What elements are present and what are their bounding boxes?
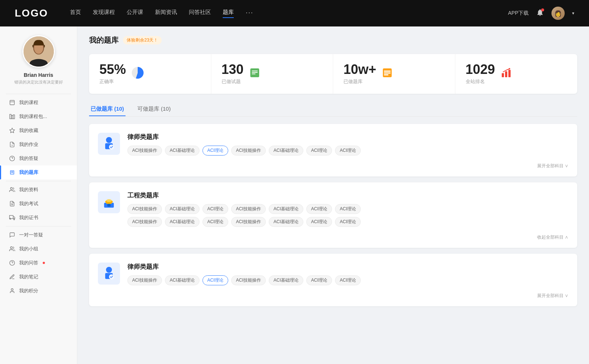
svg-rect-4 xyxy=(10,100,14,105)
bank-1-expand[interactable]: 展开全部科目 ∨ xyxy=(98,161,568,171)
sidebar-answers-label: 我的答疑 xyxy=(19,155,38,162)
bank-1-tag-5[interactable]: ACI理论 xyxy=(306,146,332,156)
notes-icon xyxy=(9,274,15,280)
tab-done-banks[interactable]: 已做题库 (10) xyxy=(89,103,126,116)
sidebar-item-quiz-bank[interactable]: 我的题库 xyxy=(0,165,77,179)
sidebar-item-my-qa[interactable]: 我的问答 xyxy=(0,256,77,270)
bank-card-3: 律师类题库 ACI技能操作 ACI基础理论 ACI理论 ACI技能操作 ACI基… xyxy=(89,254,577,306)
bank-2-tag2-0[interactable]: ACI技能操作 xyxy=(127,217,162,227)
bank-2-tag2-3[interactable]: ACI技能操作 xyxy=(231,217,266,227)
bank-2-tag2-1[interactable]: ACI基础理论 xyxy=(165,217,200,227)
bank-2-tag2-4[interactable]: ACI基础理论 xyxy=(269,217,303,227)
notification-bell[interactable] xyxy=(536,8,544,18)
bank-card-2-header: 工程类题库 ACI技能操作 ACI基础理论 ACI理论 ACI技能操作 ACI基… xyxy=(98,191,568,227)
sidebar-item-my-courses[interactable]: 我的课程 xyxy=(0,96,77,110)
nav-mooc[interactable]: 公开课 xyxy=(127,9,143,18)
svg-point-3 xyxy=(29,59,47,68)
bank-1-tags: ACI技能操作 ACI基础理论 ACI理论 ACI技能操作 ACI基础理论 AC… xyxy=(127,146,568,156)
sidebar-avatar xyxy=(22,35,55,68)
bank-1-icon xyxy=(98,133,120,155)
sidebar-item-certificate[interactable]: 我的证书 xyxy=(0,211,77,225)
bank-1-tag-4[interactable]: ACI基础理论 xyxy=(269,146,303,156)
bank-2-tag-3[interactable]: ACI技能操作 xyxy=(231,204,266,214)
sidebar-item-answers[interactable]: 我的答疑 xyxy=(0,151,77,165)
nav-discover[interactable]: 发现课程 xyxy=(93,9,115,18)
bank-1-tag-0[interactable]: ACI技能操作 xyxy=(127,146,162,156)
bank-3-tag-0[interactable]: ACI技能操作 xyxy=(127,275,162,285)
nav-news[interactable]: 新闻资讯 xyxy=(155,9,177,18)
bank-1-tag-2[interactable]: ACI理论 xyxy=(202,146,228,156)
certificate-icon xyxy=(9,214,15,221)
nav-more[interactable]: ··· xyxy=(246,9,253,18)
svg-rect-6 xyxy=(10,114,11,119)
bank-3-icon xyxy=(98,263,120,285)
bank-card-1-header: 律师类题库 ACI技能操作 ACI基础理论 ACI理论 ACI技能操作 ACI基… xyxy=(98,133,568,156)
one-on-one-icon xyxy=(9,232,15,238)
sidebar-item-group[interactable]: 我的小组 xyxy=(0,242,77,256)
bank-3-tag-5[interactable]: ACI理论 xyxy=(306,275,332,285)
user-menu-arrow[interactable]: ▾ xyxy=(572,11,574,16)
sidebar: Brian Harris 错误的决定比没有决定要好 我的课程 我的课程包... … xyxy=(0,26,77,364)
bank-1-tag-6[interactable]: ACI理论 xyxy=(335,146,361,156)
bank-2-tag2-6[interactable]: ACI理论 xyxy=(335,217,361,227)
user-avatar[interactable]: 👩 xyxy=(551,7,565,20)
bank-3-tag-3[interactable]: ACI技能操作 xyxy=(231,275,266,285)
bank-2-icon xyxy=(98,191,120,213)
sidebar-divider-1 xyxy=(6,94,71,94)
sidebar-exam-label: 我的考试 xyxy=(19,200,38,207)
bank-3-tag-4[interactable]: ACI基础理论 xyxy=(269,275,303,285)
bank-2-tag-0[interactable]: ACI技能操作 xyxy=(127,204,162,214)
nav-quiz[interactable]: 题库 xyxy=(223,9,234,18)
sidebar-favorites-label: 我的收藏 xyxy=(19,127,38,134)
bank-2-tag-2[interactable]: ACI理论 xyxy=(202,204,228,214)
sidebar-item-points[interactable]: 我的积分 xyxy=(0,284,77,298)
page-title: 我的题库 xyxy=(89,35,119,45)
homework-icon xyxy=(9,141,15,148)
sidebar-item-exam[interactable]: 我的考试 xyxy=(0,197,77,211)
sidebar-profile-data-label: 我的资料 xyxy=(19,186,38,193)
bank-2-collapse[interactable]: 收起全部科目 ∧ xyxy=(98,233,568,242)
bank-2-tag2-2[interactable]: ACI理论 xyxy=(202,217,228,227)
nav-qa[interactable]: 问答社区 xyxy=(189,9,211,18)
sidebar-item-favorites[interactable]: 我的收藏 xyxy=(0,124,77,138)
page-wrap: Brian Harris 错误的决定比没有决定要好 我的课程 我的课程包... … xyxy=(0,0,589,364)
sidebar-item-course-package[interactable]: 我的课程包... xyxy=(0,110,77,124)
sidebar-item-profile-data[interactable]: 我的资料 xyxy=(0,183,77,197)
svg-point-34 xyxy=(509,68,510,69)
app-download-button[interactable]: APP下载 xyxy=(508,10,529,17)
my-courses-icon xyxy=(9,99,15,106)
sidebar-item-homework[interactable]: 我的作业 xyxy=(0,138,77,151)
svg-point-13 xyxy=(10,188,12,189)
bank-3-expand[interactable]: 展开全部科目 ∨ xyxy=(98,291,568,300)
stat-rank-value: 1029 xyxy=(466,63,495,76)
bank-3-tag-2[interactable]: ACI理论 xyxy=(202,275,228,285)
nav-home[interactable]: 首页 xyxy=(70,9,81,18)
bank-2-tags-row2: ACI技能操作 ACI基础理论 ACI理论 ACI技能操作 ACI基础理论 AC… xyxy=(127,217,568,227)
bank-1-tag-1[interactable]: ACI基础理论 xyxy=(165,146,200,156)
sidebar-item-one-on-one[interactable]: 一对一答疑 xyxy=(0,228,77,242)
bank-2-tag-4[interactable]: ACI基础理论 xyxy=(269,204,303,214)
svg-rect-29 xyxy=(384,72,391,74)
bank-1-tag-3[interactable]: ACI技能操作 xyxy=(231,146,266,156)
bank-2-tag-6[interactable]: ACI理论 xyxy=(335,204,361,214)
bank-3-tag-1[interactable]: ACI基础理论 xyxy=(165,275,200,285)
bank-2-tag2-5[interactable]: ACI理论 xyxy=(306,217,332,227)
bank-3-name: 律师类题库 xyxy=(127,263,568,271)
bank-2-tag-5[interactable]: ACI理论 xyxy=(306,204,332,214)
bank-2-info: 工程类题库 ACI技能操作 ACI基础理论 ACI理论 ACI技能操作 ACI基… xyxy=(127,191,568,227)
tab-available-banks[interactable]: 可做题库 (10) xyxy=(136,103,172,116)
bank-card-3-header: 律师类题库 ACI技能操作 ACI基础理论 ACI理论 ACI技能操作 ACI基… xyxy=(98,263,568,285)
sidebar-my-qa-label: 我的问答 xyxy=(19,260,38,266)
navbar: LOGO 首页 发现课程 公开课 新闻资讯 问答社区 题库 ··· APP下载 … xyxy=(0,0,589,26)
bank-2-tag-1[interactable]: ACI基础理论 xyxy=(165,204,200,214)
bank-card-1: 律师类题库 ACI技能操作 ACI基础理论 ACI理论 ACI技能操作 ACI基… xyxy=(89,124,577,176)
svg-marker-9 xyxy=(10,128,14,133)
stat-done-b-value: 10w+ xyxy=(343,63,376,76)
svg-rect-8 xyxy=(13,115,15,119)
svg-point-42 xyxy=(106,199,112,202)
bank-3-tag-6[interactable]: ACI理论 xyxy=(335,275,361,285)
sidebar-item-notes[interactable]: 我的笔记 xyxy=(0,270,77,284)
bank-card-2: 工程类题库 ACI技能操作 ACI基础理论 ACI理论 ACI技能操作 ACI基… xyxy=(89,182,577,248)
svg-rect-7 xyxy=(11,115,13,119)
sidebar-divider-3 xyxy=(6,226,71,226)
